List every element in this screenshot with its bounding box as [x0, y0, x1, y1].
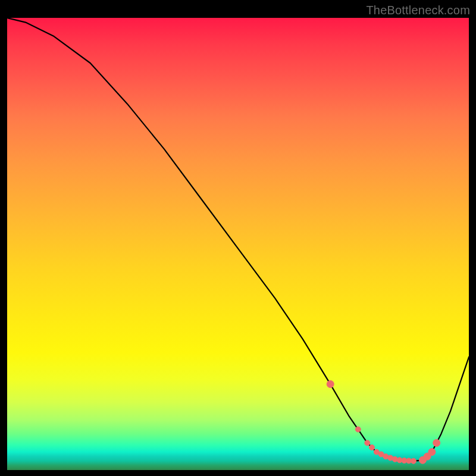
watermark-text: TheBottleneck.com: [366, 4, 470, 17]
marker-group: [327, 381, 440, 464]
plot-area: [7, 18, 469, 470]
main-curve: [7, 18, 469, 461]
data-marker: [365, 440, 370, 446]
chart-stage: TheBottleneck.com: [0, 0, 476, 476]
data-marker: [355, 427, 361, 432]
data-marker: [428, 449, 436, 456]
data-marker: [433, 439, 440, 446]
chart-svg: [7, 18, 469, 470]
data-marker: [411, 458, 416, 464]
data-marker: [369, 445, 375, 450]
data-marker: [327, 381, 334, 388]
